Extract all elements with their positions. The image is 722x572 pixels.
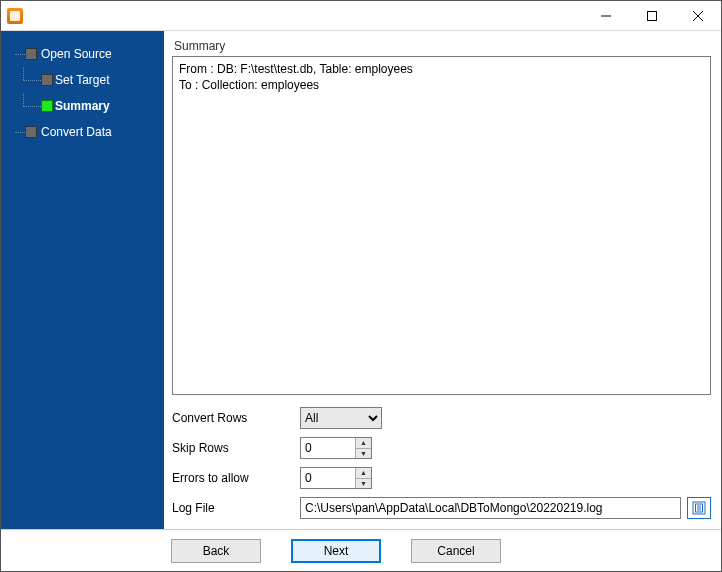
sidebar-item-convert-data[interactable]: Convert Data	[1, 119, 164, 145]
close-icon	[693, 11, 703, 21]
maximize-icon	[647, 11, 657, 21]
cancel-button[interactable]: Cancel	[411, 539, 501, 563]
skip-rows-input[interactable]	[301, 438, 355, 458]
spinner-buttons: ▲ ▼	[355, 468, 371, 488]
sidebar-item-label: Convert Data	[41, 125, 112, 139]
svg-rect-1	[648, 11, 657, 20]
step-status-icon	[25, 48, 37, 60]
log-file-label: Log File	[172, 501, 300, 515]
wizard-footer: Back Next Cancel	[1, 529, 721, 571]
step-status-icon	[41, 74, 53, 86]
browse-log-button[interactable]	[687, 497, 711, 519]
minimize-icon	[601, 11, 611, 21]
errors-allow-input[interactable]	[301, 468, 355, 488]
summary-textarea[interactable]: From : DB: F:\test\test.db, Table: emplo…	[172, 56, 711, 395]
maximize-button[interactable]	[629, 1, 675, 30]
step-status-icon	[25, 126, 37, 138]
spinner-up-icon[interactable]: ▲	[356, 468, 371, 479]
summary-line: To : Collection: employees	[179, 77, 704, 93]
sidebar-item-set-target[interactable]: Set Target	[1, 67, 164, 93]
spinner-up-icon[interactable]: ▲	[356, 438, 371, 449]
next-button[interactable]: Next	[291, 539, 381, 563]
options-form: Convert Rows All Skip Rows ▲ ▼ Errors to…	[172, 395, 711, 523]
content: Open Source Set Target Summary Convert D…	[1, 31, 721, 529]
summary-section-label: Summary	[172, 37, 711, 56]
convert-rows-label: Convert Rows	[172, 411, 300, 425]
app-icon	[7, 8, 23, 24]
sidebar-item-label: Open Source	[41, 47, 112, 61]
window-controls	[583, 1, 721, 30]
titlebar	[1, 1, 721, 31]
spinner-down-icon[interactable]: ▼	[356, 479, 371, 489]
summary-line: From : DB: F:\test\test.db, Table: emplo…	[179, 61, 704, 77]
sidebar-item-label: Summary	[55, 99, 110, 113]
errors-allow-spinner[interactable]: ▲ ▼	[300, 467, 372, 489]
wizard-sidebar: Open Source Set Target Summary Convert D…	[1, 31, 164, 529]
spinner-down-icon[interactable]: ▼	[356, 449, 371, 459]
errors-allow-label: Errors to allow	[172, 471, 300, 485]
browse-icon	[692, 501, 706, 515]
sidebar-item-open-source[interactable]: Open Source	[1, 41, 164, 67]
step-status-icon	[41, 100, 53, 112]
log-file-input[interactable]	[300, 497, 681, 519]
minimize-button[interactable]	[583, 1, 629, 30]
close-button[interactable]	[675, 1, 721, 30]
main-panel: Summary From : DB: F:\test\test.db, Tabl…	[164, 31, 721, 529]
sidebar-item-summary[interactable]: Summary	[1, 93, 164, 119]
sidebar-item-label: Set Target	[55, 73, 109, 87]
skip-rows-label: Skip Rows	[172, 441, 300, 455]
convert-rows-select[interactable]: All	[300, 407, 382, 429]
back-button[interactable]: Back	[171, 539, 261, 563]
skip-rows-spinner[interactable]: ▲ ▼	[300, 437, 372, 459]
spinner-buttons: ▲ ▼	[355, 438, 371, 458]
